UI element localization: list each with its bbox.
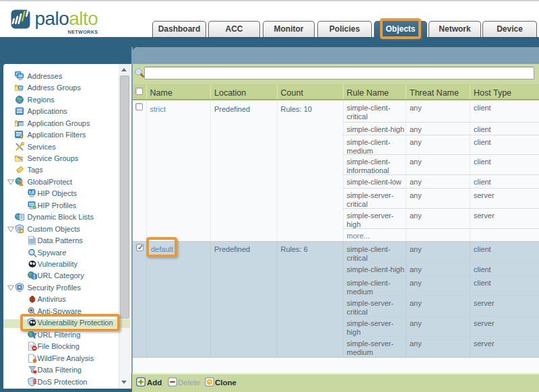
svg-text:NETWORKS: NETWORKS	[67, 29, 98, 35]
svg-text:?: ?	[30, 189, 32, 194]
svg-text:paloalto: paloalto	[35, 8, 98, 29]
